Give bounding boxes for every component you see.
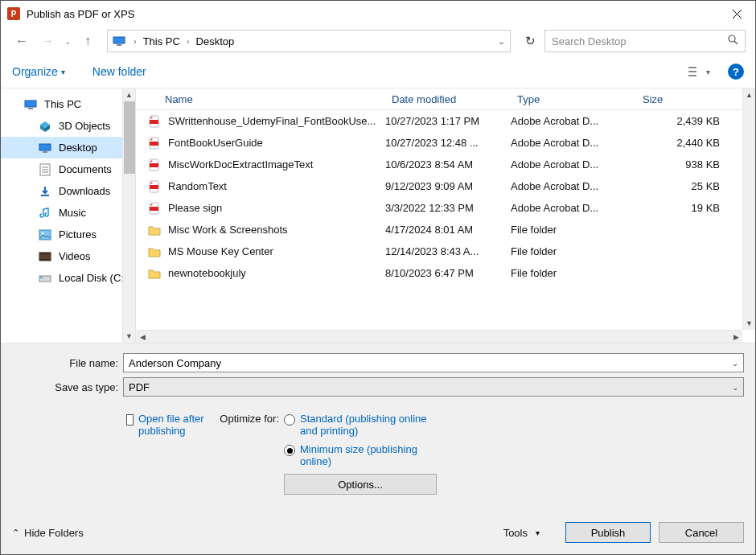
sidebar-item-label: Local Disk (C:) xyxy=(59,272,127,284)
search-input[interactable] xyxy=(552,35,728,47)
col-name[interactable]: Name xyxy=(136,93,385,105)
scroll-down-icon[interactable]: ▼ xyxy=(743,317,755,330)
scrollbar-thumb[interactable] xyxy=(124,101,135,174)
chevron-down-icon[interactable]: ⌄ xyxy=(498,36,505,47)
column-header[interactable]: Name Date modified Type Size xyxy=(136,88,755,110)
scroll-up-icon[interactable]: ▲ xyxy=(743,88,755,101)
chevron-down-icon[interactable]: ⌄ xyxy=(732,383,738,392)
radio-icon[interactable] xyxy=(284,414,295,426)
file-name: newnotebookjuly xyxy=(168,267,246,279)
sidebar-item-local-disk-c-[interactable]: Local Disk (C:) xyxy=(1,267,135,289)
sidebar-item-icon xyxy=(38,142,52,154)
sidebar-item-3d-objects[interactable]: 3D Objects xyxy=(1,115,135,137)
breadcrumb[interactable]: › This PC › Desktop ⌄ xyxy=(107,30,511,52)
savetype-select[interactable]: PDF ⌄ xyxy=(123,377,744,397)
file-row[interactable]: newnotebookjuly8/10/2023 6:47 PMFile fol… xyxy=(136,262,742,284)
change-view-button[interactable]: ▾ xyxy=(683,61,715,82)
sidebar-item-documents[interactable]: Documents xyxy=(1,158,135,180)
file-date: 8/10/2023 6:47 PM xyxy=(385,267,511,279)
sidebar-item-desktop[interactable]: Desktop xyxy=(1,137,135,158)
file-row[interactable]: Misc Work & Screenshots4/17/2024 8:01 AM… xyxy=(136,219,742,240)
sidebar-item-downloads[interactable]: Downloads xyxy=(1,180,135,202)
sidebar-item-label: Music xyxy=(59,207,86,219)
scroll-left-icon[interactable]: ◀ xyxy=(136,331,149,343)
file-scrollbar-vertical[interactable]: ▲ ▼ xyxy=(742,88,755,330)
sidebar-item-videos[interactable]: Videos xyxy=(1,245,135,267)
file-date: 10/27/2023 1:17 PM xyxy=(385,115,511,127)
optimize-standard-radio[interactable]: Standard (publishing online and printing… xyxy=(284,413,744,437)
sidebar-item-icon xyxy=(38,207,52,220)
chevron-down-icon[interactable]: ⌄ xyxy=(732,359,738,368)
file-date: 10/6/2023 8:54 AM xyxy=(385,158,511,171)
file-scrollbar-horizontal[interactable]: ◀ ▶ xyxy=(136,330,742,343)
scroll-down-icon[interactable]: ▼ xyxy=(123,330,135,343)
sidebar-item-label: Pictures xyxy=(59,228,97,240)
col-type[interactable]: Type xyxy=(511,93,636,105)
file-type: Adobe Acrobat D... xyxy=(511,158,636,171)
svg-rect-12 xyxy=(39,144,51,150)
svg-point-37 xyxy=(151,182,153,183)
file-row[interactable]: Please sign3/3/2022 12:33 PMAdobe Acroba… xyxy=(136,197,742,219)
pdf-icon xyxy=(147,158,162,172)
monitor-icon xyxy=(111,33,127,49)
file-row[interactable]: MS Mouse Key Center12/14/2023 8:43 A...F… xyxy=(136,240,742,262)
optimize-minimum-radio[interactable]: Minimum size (publishing online) xyxy=(284,443,744,467)
new-folder-button[interactable]: New folder xyxy=(92,65,146,78)
checkbox-icon[interactable] xyxy=(126,414,134,426)
svg-rect-6 xyxy=(688,75,696,76)
col-size[interactable]: Size xyxy=(636,93,742,105)
svg-point-20 xyxy=(42,232,44,234)
sidebar-item-label: Downloads xyxy=(59,185,110,197)
tools-menu[interactable]: Tools ▾ xyxy=(503,527,540,539)
svg-rect-22 xyxy=(39,253,51,254)
up-button[interactable]: ↑ xyxy=(76,30,99,52)
file-row[interactable]: MiscWorkDocExtractImageText10/6/2023 8:5… xyxy=(136,154,742,175)
chevron-right-icon: › xyxy=(129,36,142,46)
hide-folders-button[interactable]: ⌃ Hide Folders xyxy=(12,527,84,539)
sidebar-item-icon xyxy=(23,98,38,111)
publish-button[interactable]: Publish xyxy=(565,522,651,543)
file-row[interactable]: RandomText9/12/2023 9:09 AMAdobe Acrobat… xyxy=(136,175,742,197)
refresh-button[interactable]: ↻ xyxy=(519,30,541,52)
search-box[interactable] xyxy=(544,30,746,52)
organize-menu[interactable]: Organize ▾ xyxy=(12,65,65,78)
file-name: MiscWorkDocExtractImageText xyxy=(168,158,313,171)
svg-rect-1 xyxy=(117,44,121,46)
open-after-checkbox[interactable]: Open file after publishing xyxy=(126,413,205,437)
sidebar-item-this-pc[interactable]: This PC xyxy=(1,93,135,115)
svg-rect-33 xyxy=(150,163,158,167)
close-button[interactable] xyxy=(718,1,755,27)
scroll-up-icon[interactable]: ▲ xyxy=(123,88,135,101)
recent-dropdown[interactable]: ⌄ xyxy=(62,30,73,52)
options-button[interactable]: Options... xyxy=(284,474,437,495)
help-button[interactable]: ? xyxy=(728,64,744,80)
forward-button[interactable]: → xyxy=(36,30,59,52)
radio-icon[interactable] xyxy=(284,445,295,456)
svg-line-3 xyxy=(734,41,738,44)
sidebar-item-music[interactable]: Music xyxy=(1,202,135,224)
svg-rect-23 xyxy=(39,259,51,261)
title-bar: P Publish as PDF or XPS xyxy=(1,1,755,27)
search-icon[interactable] xyxy=(728,35,738,47)
chevron-up-icon: ⌃ xyxy=(12,528,19,538)
chevron-down-icon: ▾ xyxy=(536,528,540,537)
file-row[interactable]: FontBookUserGuide10/27/2023 12:48 ...Ado… xyxy=(136,132,742,154)
savetype-label: Save as type: xyxy=(12,381,123,393)
sidebar-scrollbar[interactable]: ▲ ▼ xyxy=(122,88,135,343)
breadcrumb-root[interactable]: This PC xyxy=(142,35,182,47)
file-type: File folder xyxy=(511,267,636,279)
scroll-right-icon[interactable]: ▶ xyxy=(729,331,742,343)
sidebar-item-icon xyxy=(38,228,52,241)
svg-point-31 xyxy=(151,138,153,140)
filename-input[interactable]: Anderson Company ⌄ xyxy=(123,353,744,372)
back-button[interactable]: ← xyxy=(10,30,33,52)
sidebar: This PC3D ObjectsDesktopDocumentsDownloa… xyxy=(1,88,136,343)
col-date[interactable]: Date modified xyxy=(385,93,511,105)
file-row[interactable]: SWrittenhouse_UdemyFinal_FontBookUse...1… xyxy=(136,110,742,132)
svg-rect-7 xyxy=(25,101,36,107)
breadcrumb-leaf[interactable]: Desktop xyxy=(195,35,236,47)
sidebar-item-pictures[interactable]: Pictures xyxy=(1,224,135,245)
cancel-button[interactable]: Cancel xyxy=(659,522,744,543)
svg-rect-27 xyxy=(150,120,158,124)
svg-point-2 xyxy=(729,35,735,42)
